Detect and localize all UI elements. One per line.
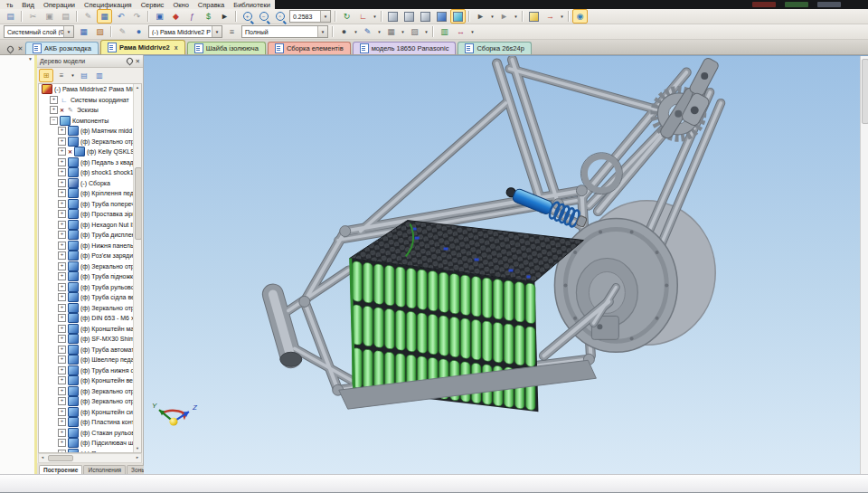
combo-dropdown-icon[interactable]: ▼ — [63, 26, 73, 37]
tree-item-6[interactable]: +✕(ф) Kelly QSKLS84 — [39, 147, 141, 157]
pencil-gray-icon[interactable]: ✎ — [115, 24, 130, 39]
tree-vertical-scrollbar[interactable]: ▲ ▼ — [133, 84, 141, 452]
menu-item-0[interactable]: ть — [2, 1, 17, 9]
expand-icon[interactable]: + — [58, 137, 66, 146]
palette-icon-icon[interactable]: ▨ — [92, 24, 108, 39]
currency-icon[interactable]: $ — [201, 9, 216, 24]
table-hl-icon[interactable]: ▦ — [97, 9, 112, 24]
expand-icon[interactable]: + — [58, 272, 66, 280]
view-cube-c-icon[interactable] — [418, 9, 433, 24]
relations-icon[interactable]: ≡ — [54, 69, 69, 82]
format-brush-icon[interactable]: ✎ — [80, 9, 96, 24]
zoom-out-icon[interactable]: − — [256, 9, 271, 24]
tree-tab-1[interactable]: Исполнения — [83, 465, 126, 474]
tree-item-21[interactable]: +(ф) Зеркально отр — [39, 303, 141, 314]
layer-icon-icon[interactable]: ▦ — [76, 24, 91, 39]
expand-icon[interactable]: + — [58, 221, 66, 229]
layer-combobox[interactable]: Системный слой (0)▼ — [4, 25, 74, 38]
document-tab-3[interactable]: Сборка елементів — [268, 42, 351, 54]
tree-horizontal-scrollbar[interactable]: ◄ ► — [38, 453, 142, 463]
tree-item-13[interactable]: +(ф) Hexagon Nut IS — [39, 220, 141, 231]
expand-icon[interactable]: + — [58, 168, 66, 176]
combo-dropdown-icon[interactable]: ▼ — [212, 26, 222, 37]
compact-panel-dropdown-icon[interactable]: ▼ — [28, 56, 33, 62]
menu-item-3[interactable]: Спецификация — [80, 1, 137, 9]
tree-item-32[interactable]: +(ф) Пластина конт — [39, 417, 141, 428]
expand-icon[interactable]: + — [58, 242, 66, 250]
zoom-in-icon[interactable]: + — [240, 9, 255, 24]
tree-item-11[interactable]: +(ф) Труба попереч — [39, 199, 141, 210]
tree-item-33[interactable]: +(ф) Стакан рульов — [39, 428, 141, 439]
tree-item-12[interactable]: +(ф) Проставка зірк — [39, 209, 141, 220]
expand-icon[interactable]: + — [58, 314, 66, 322]
scroll-thumb[interactable] — [135, 167, 142, 240]
expand-icon[interactable]: + — [50, 106, 58, 114]
display-combobox[interactable]: Полный▼ — [241, 25, 328, 38]
tree-item-25[interactable]: +(ф) Труба автомат — [39, 345, 141, 356]
function-icon[interactable]: ƒ — [184, 9, 200, 24]
zoom-combobox[interactable]: 0.2583▼ — [289, 10, 331, 23]
tree-close-icon[interactable]: ✕ — [136, 58, 140, 65]
cube-blue-icon[interactable] — [434, 9, 449, 24]
tree-structure-icon[interactable]: ⊞ — [39, 69, 53, 82]
scroll-right-icon[interactable]: ► — [134, 454, 141, 460]
doc-extra-icon[interactable]: ▥ — [92, 69, 107, 82]
tree-item-15[interactable]: +(ф) Нижня панель — [39, 241, 141, 251]
expand-icon[interactable]: + — [58, 251, 66, 260]
tree-item-24[interactable]: +(ф) SF-MX30 Shima — [39, 334, 141, 345]
expand-icon[interactable]: + — [58, 335, 66, 343]
tree-item-18[interactable]: +(ф) Труба підножк — [39, 271, 141, 282]
cube-teal-hl-icon[interactable] — [450, 9, 466, 24]
expand-icon[interactable]: + — [58, 325, 66, 333]
document-tab-4[interactable]: модель 18650 Panasonic — [353, 42, 457, 54]
tree-item-20[interactable]: +(ф) Труба сідла вер — [39, 292, 141, 303]
pencil-blue-icon[interactable]: ✎ — [360, 24, 375, 39]
dropdown-arrow-icon[interactable]: ▼ — [376, 30, 382, 34]
tree-item-4[interactable]: +(ф) Маятник midd — [39, 126, 141, 137]
view-cube-b-icon[interactable] — [401, 9, 417, 24]
viewport-scrollbar[interactable] — [860, 56, 868, 474]
expand-icon[interactable]: + — [58, 127, 66, 135]
expand-icon[interactable]: + — [58, 387, 66, 395]
dropdown-arrow-icon[interactable]: ▼ — [469, 30, 476, 34]
expand-icon[interactable]: + — [58, 439, 66, 447]
expand-icon[interactable]: + — [58, 366, 66, 374]
scroll-up-icon[interactable]: ▲ — [134, 84, 141, 91]
document-tab-2[interactable]: Шайба ізолююча — [187, 42, 266, 54]
scissors-icon[interactable]: ✂ — [25, 9, 41, 24]
pointer-help-icon[interactable]: ► — [217, 9, 232, 24]
menu-item-5[interactable]: Окно — [168, 1, 193, 9]
tree-item-26[interactable]: +(ф) Швеллер педал — [39, 355, 141, 365]
tabbar-pin-icon[interactable] — [5, 43, 15, 54]
tree-item-34[interactable]: +(ф) Підсилювач ш — [39, 438, 141, 449]
scroll-down-icon[interactable]: ▼ — [134, 445, 141, 452]
expand-icon[interactable]: + — [58, 356, 66, 364]
menu-item-1[interactable]: Вид — [17, 1, 39, 9]
tree-item-22[interactable]: +(ф) DIN 653 - М6 х — [39, 313, 141, 324]
viewport-scroll-thumb[interactable] — [862, 59, 868, 124]
expand-icon[interactable]: + — [58, 429, 66, 437]
menu-item-4[interactable]: Сервис — [137, 1, 169, 9]
model-yellow-icon[interactable] — [526, 9, 542, 24]
redo-icon[interactable]: ↷ — [129, 9, 145, 24]
zoom-rect-icon[interactable]: ▫ — [272, 9, 288, 24]
dimension-icon[interactable]: ↔ — [453, 24, 468, 39]
tree-item-31[interactable]: +(ф) Кронштейн си — [39, 407, 141, 418]
tree-item-30[interactable]: +(ф) Зеркально отр — [39, 396, 141, 407]
document-tab-0[interactable]: АКБ розкладка — [25, 42, 99, 54]
combo-dropdown-icon[interactable]: ▼ — [317, 26, 327, 37]
expand-icon[interactable]: + — [58, 418, 66, 426]
tree-item-28[interactable]: +(ф) Кронштейн ве — [39, 375, 141, 386]
tree-tab-0[interactable]: Построение — [39, 465, 82, 474]
menu-item-7[interactable]: Библиотеки — [229, 1, 275, 9]
tree-item-14[interactable]: +(ф) Труба дисплею — [39, 230, 141, 241]
expand-icon[interactable]: + — [58, 304, 66, 312]
menu-item-6[interactable]: Справка — [193, 1, 229, 9]
dropdown-arrow-icon[interactable]: ▼ — [423, 30, 429, 34]
tree-item-8[interactable]: +(ф) shock1 shock1 — [39, 167, 141, 178]
sphere-dark-icon[interactable]: ● — [336, 24, 352, 39]
tree-item-27[interactable]: +(ф) Труба нижня о — [39, 365, 141, 376]
expand-icon[interactable]: + — [58, 189, 66, 197]
pointer-b-icon[interactable]: ► — [496, 9, 512, 24]
chart-green-icon[interactable]: ▥ — [437, 24, 452, 39]
